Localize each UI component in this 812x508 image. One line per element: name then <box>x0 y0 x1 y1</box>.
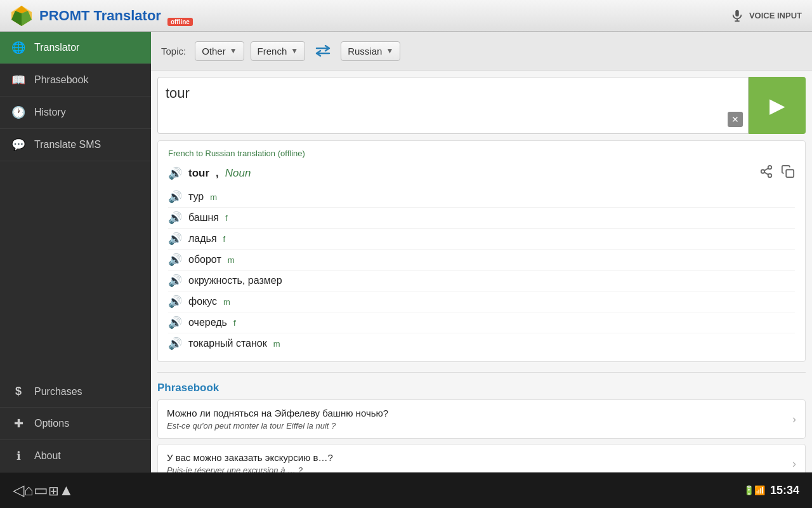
source-text-field[interactable]: tour ✕ <box>157 77 749 134</box>
word-comma: , <box>216 167 219 180</box>
action-icons <box>759 164 795 182</box>
phrase-item[interactable]: У вас можно заказать экскурсию в…? Puis-… <box>157 444 806 472</box>
share-icon[interactable] <box>759 164 773 182</box>
sidebar-item-translate-sms[interactable]: 💬 Translate SMS <box>0 129 151 161</box>
entry-sound-icon[interactable]: 🔊 <box>168 274 182 288</box>
sms-icon: 💬 <box>11 138 25 152</box>
translation-area: French to Russian translation (offline) … <box>157 140 806 362</box>
clear-button[interactable]: ✕ <box>728 112 743 127</box>
target-lang-dropdown[interactable]: Russian ▼ <box>341 41 400 61</box>
translation-entry: 🔊 оборот m <box>168 250 795 271</box>
topic-dropdown-arrow: ▼ <box>230 46 237 55</box>
sidebar-label-purchases: Purchases <box>34 386 82 398</box>
back-button[interactable]: ◁ <box>13 481 24 499</box>
swap-icon <box>314 42 332 60</box>
source-lang-dropdown[interactable]: French ▼ <box>251 41 306 61</box>
sidebar-label-about: About <box>34 450 61 462</box>
copy-icon[interactable] <box>781 164 795 182</box>
bottom-bar: ◁ ⌂ ▭ ⊞ ▲ 🔋📶 15:34 <box>0 472 812 508</box>
word-sound-icon[interactable]: 🔊 <box>168 166 182 180</box>
sidebar-label-sms: Translate SMS <box>34 139 101 150</box>
sidebar-item-phrasebook[interactable]: 📖 Phrasebook <box>0 64 151 97</box>
topic-label: Topic: <box>161 46 186 57</box>
sidebar-label-options: Options <box>34 418 69 429</box>
entry-text: башня <box>188 212 219 224</box>
phrase-russian: У вас можно заказать экскурсию в…? <box>167 452 780 463</box>
offline-badge: offline <box>167 18 193 26</box>
phrase-arrow-icon: › <box>792 457 796 471</box>
microphone-icon <box>730 9 744 23</box>
up-button[interactable]: ▲ <box>59 481 74 499</box>
target-lang-value: Russian <box>348 46 382 57</box>
time-display: 15:34 <box>770 484 799 497</box>
phrase-russian: Можно ли подняться на Эйфелеву башню ноч… <box>167 408 780 418</box>
entry-gender: m <box>273 339 280 349</box>
translation-entry: 🔊 токарный станок m <box>168 333 795 354</box>
home-button[interactable]: ⌂ <box>24 481 34 499</box>
topic-dropdown[interactable]: Other ▼ <box>195 41 244 61</box>
topic-value: Other <box>202 46 226 57</box>
entry-sound-icon[interactable]: 🔊 <box>168 295 182 309</box>
translation-entry: 🔊 окружность, размер <box>168 271 795 291</box>
entry-gender: m <box>210 192 217 202</box>
translate-button[interactable]: ▶ <box>749 77 806 134</box>
entry-sound-icon[interactable]: 🔊 <box>168 211 182 225</box>
translator-icon: 🌐 <box>11 41 25 55</box>
translation-header: 🔊 tour , Noun <box>168 164 795 182</box>
entry-text: тур <box>188 191 204 203</box>
sidebar-item-options[interactable]: ✚ Options <box>0 408 151 440</box>
phrase-french: Puis-je réserver une excursion à … ? <box>167 465 780 472</box>
status-icons: 🔋📶 <box>743 485 765 495</box>
recent-icon: ▭ <box>34 481 48 498</box>
about-icon: ℹ <box>11 449 25 463</box>
phrase-items: Можно ли подняться на Эйфелеву башню ноч… <box>157 399 806 472</box>
translation-entries: 🔊 тур m 🔊 башня f 🔊 ладья f 🔊 оборот m 🔊… <box>168 187 795 354</box>
topic-bar: Topic: Other ▼ French ▼ Russian ▼ <box>151 32 812 70</box>
phrase-item[interactable]: Можно ли подняться на Эйфелеву башню ноч… <box>157 399 806 439</box>
app-logo <box>10 4 33 27</box>
grid-button[interactable]: ⊞ <box>48 481 59 499</box>
entry-gender: f <box>225 213 228 223</box>
translation-entry: 🔊 башня f <box>168 208 795 229</box>
back-icon: ◁ <box>13 481 24 498</box>
up-icon: ▲ <box>59 481 74 498</box>
entry-text: ладья <box>188 233 217 244</box>
sidebar-label-history: History <box>34 107 66 118</box>
entry-sound-icon[interactable]: 🔊 <box>168 337 182 351</box>
entry-sound-icon[interactable]: 🔊 <box>168 190 182 204</box>
swap-languages-button[interactable] <box>311 39 334 62</box>
clear-icon: ✕ <box>731 114 739 124</box>
entry-text: оборот <box>188 254 221 265</box>
input-section: tour ✕ ▶ <box>157 77 806 134</box>
entry-sound-icon[interactable]: 🔊 <box>168 316 182 330</box>
sidebar: 🌐 Translator 📖 Phrasebook 🕐 History 💬 Tr… <box>0 32 151 472</box>
sidebar-item-about[interactable]: ℹ About <box>0 440 151 472</box>
source-lang-value: French <box>258 46 287 57</box>
app-title: PROMT Translator <box>39 8 161 24</box>
sidebar-item-purchases[interactable]: $ Purchases <box>0 376 151 408</box>
section-divider <box>157 372 806 373</box>
sidebar-item-history[interactable]: 🕐 History <box>0 97 151 129</box>
voice-input-button[interactable]: VOICE INPUT <box>730 9 802 23</box>
history-icon: 🕐 <box>11 105 25 119</box>
purchases-icon: $ <box>11 385 25 398</box>
phrasebook-icon: 📖 <box>11 73 25 87</box>
phrase-arrow-icon: › <box>792 413 796 426</box>
target-lang-arrow: ▼ <box>386 46 393 55</box>
svg-line-13 <box>764 168 768 171</box>
status-bar-right: 🔋📶 15:34 <box>743 484 799 497</box>
entry-sound-icon[interactable]: 🔊 <box>168 253 182 267</box>
sidebar-item-translator[interactable]: 🌐 Translator <box>0 32 151 64</box>
translation-entry: 🔊 фокус m <box>168 291 795 312</box>
phrase-french: Est-ce qu'on peut monter la tour Eiffel … <box>167 421 780 431</box>
phrasebook-title: Phrasebook <box>157 377 806 399</box>
svg-rect-6 <box>735 10 739 16</box>
entry-sound-icon[interactable]: 🔊 <box>168 232 182 246</box>
play-icon: ▶ <box>769 93 785 117</box>
home-icon: ⌂ <box>24 481 34 498</box>
grid-icon: ⊞ <box>48 484 59 498</box>
top-bar: PROMT Translator offline VOICE INPUT <box>0 0 812 32</box>
sidebar-label-translator: Translator <box>34 42 79 53</box>
svg-point-11 <box>768 174 772 178</box>
recent-apps-button[interactable]: ▭ <box>34 481 48 499</box>
